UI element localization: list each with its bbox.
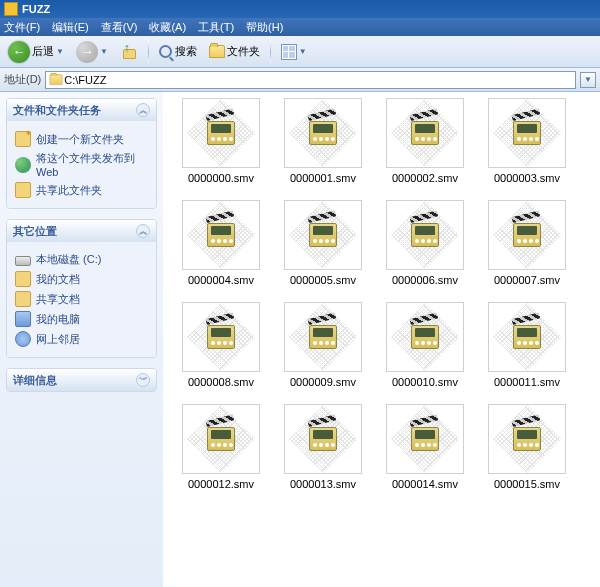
- file-name-label: 0000014.smv: [392, 478, 458, 490]
- globe-icon: [15, 157, 31, 173]
- up-folder-icon: [120, 43, 138, 61]
- film-icon: [207, 325, 235, 349]
- file-thumb[interactable]: 0000012.smv: [173, 404, 269, 490]
- views-button[interactable]: ▼: [277, 42, 311, 62]
- file-name-label: 0000002.smv: [392, 172, 458, 184]
- address-dropdown[interactable]: ▼: [580, 72, 596, 88]
- new-folder-icon: [15, 131, 31, 147]
- file-name-label: 0000015.smv: [494, 478, 560, 490]
- address-bar: 地址(D) ▼: [0, 68, 600, 92]
- sidebar-panel-details: 详细信息 ︾: [6, 368, 157, 392]
- file-thumb[interactable]: 0000001.smv: [275, 98, 371, 184]
- file-name-label: 0000007.smv: [494, 274, 560, 286]
- address-input-wrap[interactable]: [45, 71, 576, 89]
- menu-edit[interactable]: 编辑(E): [52, 20, 89, 35]
- network-icon: [15, 331, 31, 347]
- sidebar-panel-details-header[interactable]: 详细信息 ︾: [7, 369, 156, 391]
- nav-back-button[interactable]: ← 后退 ▼: [4, 39, 68, 65]
- chevron-down-icon: ▼: [56, 47, 64, 56]
- file-thumb[interactable]: 0000007.smv: [479, 200, 575, 286]
- nav-up-button[interactable]: [116, 41, 142, 63]
- file-thumb[interactable]: 0000000.smv: [173, 98, 269, 184]
- toolbar: ← 后退 ▼ → ▼ 搜索 文件夹 ▼: [0, 36, 600, 68]
- back-icon: ←: [8, 41, 30, 63]
- file-thumb[interactable]: 0000013.smv: [275, 404, 371, 490]
- film-icon: [207, 427, 235, 451]
- shared-docs-icon: [15, 291, 31, 307]
- nav-forward-button[interactable]: → ▼: [72, 39, 112, 65]
- thumbnail-frame: [284, 98, 362, 168]
- film-icon: [411, 223, 439, 247]
- film-icon: [207, 121, 235, 145]
- toolbar-separator: [270, 41, 271, 63]
- file-thumb[interactable]: 0000005.smv: [275, 200, 371, 286]
- sidebar-item-shared-docs[interactable]: 共享文档: [15, 291, 148, 307]
- sidebar-item-local-disk[interactable]: 本地磁盘 (C:): [15, 252, 148, 267]
- sidebar-panel-other-header[interactable]: 其它位置 ︽: [7, 220, 156, 242]
- file-grid: 0000000.smv0000001.smv0000002.smv0000003…: [165, 98, 598, 490]
- folder-icon: [50, 74, 63, 84]
- file-thumb[interactable]: 0000002.smv: [377, 98, 473, 184]
- file-thumb[interactable]: 0000011.smv: [479, 302, 575, 388]
- film-icon: [309, 223, 337, 247]
- thumbnail-frame: [488, 302, 566, 372]
- file-name-label: 0000003.smv: [494, 172, 560, 184]
- sidebar-task-share[interactable]: 共享此文件夹: [15, 182, 148, 198]
- file-name-label: 0000001.smv: [290, 172, 356, 184]
- address-input[interactable]: [64, 74, 573, 86]
- menu-tools[interactable]: 工具(T): [198, 20, 234, 35]
- folders-icon: [209, 45, 225, 58]
- film-icon: [309, 427, 337, 451]
- file-thumb[interactable]: 0000010.smv: [377, 302, 473, 388]
- file-thumb[interactable]: 0000004.smv: [173, 200, 269, 286]
- sidebar-panel-tasks: 文件和文件夹任务 ︽ 创建一个新文件夹 将这个文件夹发布到 Web 共享此文件夹: [6, 98, 157, 209]
- thumbnail-frame: [284, 200, 362, 270]
- chevron-down-icon: ▼: [299, 47, 307, 56]
- sidebar-task-new-folder[interactable]: 创建一个新文件夹: [15, 131, 148, 147]
- film-icon: [513, 223, 541, 247]
- sidebar-panel-tasks-header[interactable]: 文件和文件夹任务 ︽: [7, 99, 156, 121]
- file-thumb[interactable]: 0000009.smv: [275, 302, 371, 388]
- file-thumb[interactable]: 0000015.smv: [479, 404, 575, 490]
- file-view[interactable]: 0000000.smv0000001.smv0000002.smv0000003…: [163, 92, 600, 587]
- workspace: 文件和文件夹任务 ︽ 创建一个新文件夹 将这个文件夹发布到 Web 共享此文件夹: [0, 92, 600, 587]
- film-icon: [411, 121, 439, 145]
- file-thumb[interactable]: 0000014.smv: [377, 404, 473, 490]
- file-name-label: 0000011.smv: [494, 376, 560, 388]
- sidebar-item-my-docs[interactable]: 我的文档: [15, 271, 148, 287]
- thumbnail-frame: [488, 404, 566, 474]
- sidebar-item-network[interactable]: 网上邻居: [15, 331, 148, 347]
- menubar: 文件(F) 编辑(E) 查看(V) 收藏(A) 工具(T) 帮助(H): [0, 18, 600, 36]
- folders-button[interactable]: 文件夹: [205, 42, 264, 61]
- file-name-label: 0000004.smv: [188, 274, 254, 286]
- menu-file[interactable]: 文件(F): [4, 20, 40, 35]
- menu-view[interactable]: 查看(V): [101, 20, 138, 35]
- file-name-label: 0000010.smv: [392, 376, 458, 388]
- folder-title-icon: [4, 2, 18, 16]
- film-icon: [411, 325, 439, 349]
- menu-help[interactable]: 帮助(H): [246, 20, 283, 35]
- sidebar-item-my-computer[interactable]: 我的电脑: [15, 311, 148, 327]
- menu-favorites[interactable]: 收藏(A): [149, 20, 186, 35]
- file-thumb[interactable]: 0000008.smv: [173, 302, 269, 388]
- sidebar-task-publish-web[interactable]: 将这个文件夹发布到 Web: [15, 151, 148, 178]
- film-icon: [309, 325, 337, 349]
- sidebar: 文件和文件夹任务 ︽ 创建一个新文件夹 将这个文件夹发布到 Web 共享此文件夹: [0, 92, 163, 587]
- file-name-label: 0000000.smv: [188, 172, 254, 184]
- thumbnail-frame: [284, 404, 362, 474]
- thumbnail-frame: [488, 98, 566, 168]
- toolbar-separator: [148, 41, 149, 63]
- file-name-label: 0000005.smv: [290, 274, 356, 286]
- film-icon: [513, 121, 541, 145]
- file-name-label: 0000013.smv: [290, 478, 356, 490]
- file-thumb[interactable]: 0000006.smv: [377, 200, 473, 286]
- chevron-down-icon: ▼: [100, 47, 108, 56]
- thumbnail-frame: [386, 98, 464, 168]
- views-icon: [281, 44, 297, 60]
- collapse-icon: ︽: [136, 224, 150, 238]
- forward-icon: →: [76, 41, 98, 63]
- file-thumb[interactable]: 0000003.smv: [479, 98, 575, 184]
- search-button[interactable]: 搜索: [155, 42, 201, 61]
- thumbnail-frame: [182, 302, 260, 372]
- collapse-icon: ︽: [136, 103, 150, 117]
